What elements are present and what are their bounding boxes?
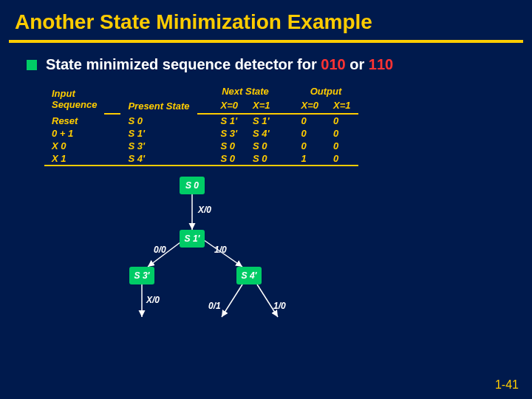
cell-ns0: S 0: [214, 152, 246, 166]
title-underline: [9, 40, 523, 43]
table-row: X 1 S 4' S 0 S 0 1 0: [44, 152, 358, 166]
cell-seq: 0 + 1: [44, 127, 104, 140]
bullet-prefix: State minimized sequence detector for: [46, 56, 321, 72]
edge-s3-out: X/0: [146, 295, 160, 305]
cell-o1: 0: [326, 127, 358, 140]
state-s3: S 3': [129, 267, 154, 284]
cell-ns1: S 0: [245, 140, 278, 152]
edge-s1-s3: 0/0: [154, 245, 166, 255]
svg-line-4: [222, 284, 242, 317]
bullet-text: State minimized sequence detector for 01…: [46, 56, 393, 73]
state-diagram: S 0 S 1' S 3' S 4' X/0 0/0 1/0 X/0 0/1 1…: [118, 177, 384, 332]
hdr-ns-x0: X=0: [214, 99, 246, 114]
edge-s0-s1: X/0: [198, 205, 211, 215]
cell-ns1: S 4': [245, 127, 278, 140]
cell-seq: Reset: [44, 114, 104, 127]
cell-o0: 0: [294, 140, 327, 152]
cell-ns1: S 1': [245, 114, 278, 127]
cell-ns0: S 1': [214, 114, 246, 127]
cell-ns0: S 0: [214, 140, 246, 152]
bullet-row: State minimized sequence detector for 01…: [0, 56, 532, 85]
hdr-ns-x1: X=1: [245, 99, 278, 114]
cell-o1: 0: [326, 114, 358, 127]
hdr-next-state: Next State: [214, 85, 278, 99]
bullet-icon: [27, 60, 37, 70]
state-s4: S 4': [236, 267, 262, 284]
slide-number: 1-41: [495, 378, 519, 392]
hdr-out-x0: X=0: [294, 99, 327, 114]
hdr-input-seq: Input Sequence: [44, 85, 104, 114]
bullet-seq2: 110: [369, 56, 393, 72]
edge-s1-s4: 1/0: [214, 245, 227, 255]
table-row: 0 + 1 S 1' S 3' S 4' 0 0: [44, 127, 358, 140]
cell-o0: 0: [294, 127, 327, 140]
cell-o0: 1: [294, 152, 327, 166]
table-row: X 0 S 3' S 0 S 0 0 0: [44, 140, 358, 152]
edge-s4-out0: 0/1: [208, 301, 221, 311]
cell-ps: S 1': [120, 127, 197, 140]
hdr-out-x1: X=1: [326, 99, 358, 114]
cell-ps: S 3': [120, 140, 197, 152]
cell-ps: S 0: [120, 114, 197, 127]
cell-o1: 0: [326, 140, 358, 152]
hdr-present-state: Present State: [120, 85, 197, 114]
cell-o1: 0: [326, 152, 358, 166]
table-row: Reset S 0 S 1' S 1' 0 0: [44, 114, 358, 127]
state-s0: S 0: [180, 177, 205, 194]
cell-o0: 0: [294, 114, 327, 127]
bullet-seq1: 010: [321, 56, 345, 72]
state-table: Input Sequence Present State Next State …: [44, 85, 358, 166]
cell-ns1: S 0: [245, 152, 278, 166]
cell-ps: S 4': [120, 152, 197, 166]
cell-seq: X 1: [44, 152, 104, 166]
slide-title: Another State Minimization Example: [0, 0, 532, 40]
bullet-mid: or: [346, 56, 369, 72]
cell-ns0: S 3': [214, 127, 246, 140]
hdr-output: Output: [294, 85, 358, 99]
state-s1: S 1': [180, 230, 205, 248]
edge-s4-out1: 1/0: [273, 301, 286, 311]
cell-seq: X 0: [44, 140, 104, 152]
